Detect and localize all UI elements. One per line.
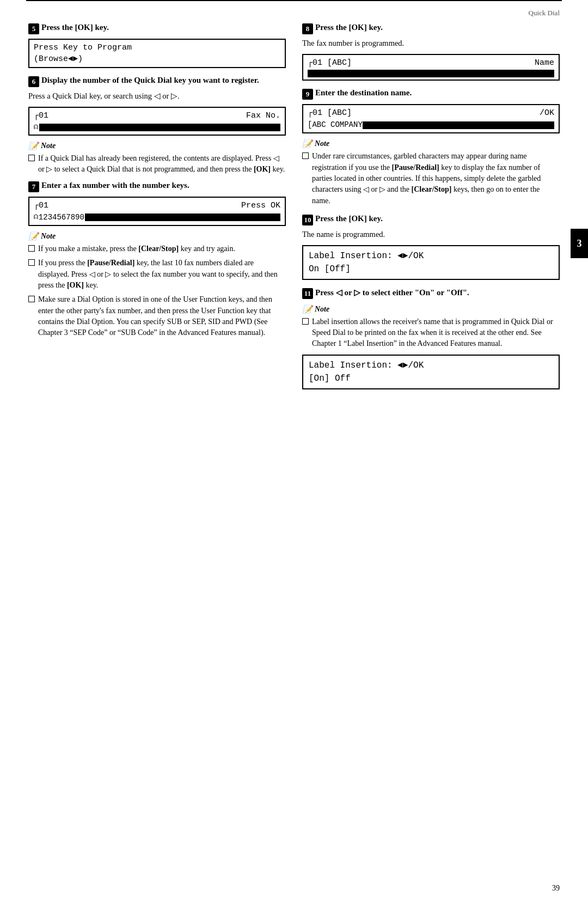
step9-note-item1: Under rare circumstances, garbled charac…: [302, 151, 560, 206]
step10-lcd-row2: On [Off]: [309, 263, 553, 276]
step10-body: The name is programmed.: [302, 229, 560, 241]
note-checkbox3: [28, 259, 35, 266]
step7-note-item2: If you press the [Pause/Redial] key, the…: [28, 258, 286, 291]
step8-heading: 8 Press the [OK] key.: [302, 23, 560, 34]
step7-note-text3: Make sure a Dial Option is stored in one…: [38, 294, 286, 338]
step6-bar-full: [39, 124, 280, 131]
note-pencil-icon2: 📝: [28, 231, 39, 241]
step8-lcd-row1: ┌01 [ABC] Name: [308, 57, 554, 69]
step6-note-text1: If a Quick Dial has already been registe…: [38, 153, 286, 175]
step9-note-text1: Under rare circumstances, garbled charac…: [312, 151, 560, 206]
step7-lcd-left: ┌01: [34, 200, 48, 211]
step11-text: Press ◁ or ▷ to select either "On" or "O…: [315, 288, 469, 297]
step5-lcd-row2: (Browse◄►): [34, 53, 280, 65]
step8-text: Press the [OK] key.: [315, 23, 383, 32]
step9-lcd-row2: [ABC COMPANY: [308, 120, 554, 131]
step8-num: 8: [302, 23, 313, 34]
step7-note-heading: 📝 Note: [28, 231, 286, 241]
step9-lcd: ┌01 [ABC] /OK [ABC COMPANY: [302, 104, 560, 134]
step7-note-text1: If you make a mistake, press the [Clear/…: [38, 243, 235, 254]
step9-bar: [363, 121, 554, 129]
step11-note-heading: 📝 Note: [302, 304, 560, 314]
step7-note-text2: If you press the [Pause/Redial] key, the…: [38, 258, 286, 291]
step7-fax-icon: ☊: [34, 212, 38, 222]
step10-heading: 10 Press the [OK] key.: [302, 214, 560, 225]
step7-lcd-right: Press OK: [241, 200, 280, 211]
step6-text: Display the number of the Quick Dial key…: [41, 76, 259, 85]
note-pencil-icon4: 📝: [302, 304, 313, 314]
step10-num: 10: [302, 215, 313, 225]
step6-lcd-bar: ☊: [34, 123, 280, 132]
step7-lcd-bar: ☊ 1234567890: [34, 212, 280, 223]
step9-heading: 9 Enter the destination name.: [302, 88, 560, 100]
step7-text: Enter a fax number with the number keys.: [41, 181, 189, 190]
step5-lcd-line2: (Browse◄►): [34, 53, 83, 65]
note-pencil-icon: 📝: [28, 141, 39, 151]
step11-lcd2: Label Insertion: ◄►/OK [On] Off: [302, 355, 560, 389]
note-pencil-icon3: 📝: [302, 139, 313, 149]
step8-lcd-left: ┌01 [ABC]: [308, 57, 352, 69]
step11-note-text1: Label insertion allows the receiver's na…: [312, 316, 560, 350]
step9-lcd-left: ┌01 [ABC]: [308, 107, 352, 119]
step6-heading: 6 Display the number of the Quick Dial k…: [28, 76, 286, 87]
step10-section: 10 Press the [OK] key. The name is progr…: [302, 214, 560, 280]
step9-note-heading: 📝 Note: [302, 139, 560, 149]
chapter-tab: 3: [571, 229, 588, 258]
step11-lcd2-line2: [On] Off: [309, 372, 351, 385]
step6-num: 6: [28, 76, 39, 87]
step7-num: 7: [28, 181, 39, 192]
step11-note: 📝 Note Label insertion allows the receiv…: [302, 304, 560, 350]
step11-lcd2-row1: Label Insertion: ◄►/OK: [309, 359, 553, 372]
step5-lcd-line1: Press Key to Program: [34, 42, 132, 53]
main-content: 5 Press the [OK] key. Press Key to Progr…: [0, 17, 588, 426]
step6-body: Press a Quick Dial key, or search using …: [28, 90, 286, 102]
step7-lcd-row1: ┌01 Press OK: [34, 200, 280, 211]
step7-lcd: ┌01 Press OK ☊ 1234567890: [28, 197, 286, 227]
step11-note-label: Note: [315, 305, 329, 314]
step5-heading: 5 Press the [OK] key.: [28, 23, 286, 34]
step6-note-item1: If a Quick Dial has already been registe…: [28, 153, 286, 175]
step10-lcd-line1: Label Insertion: ◄►/OK: [309, 249, 424, 263]
step10-lcd-line2: On [Off]: [309, 263, 351, 276]
step5-lcd-row1: Press Key to Program: [34, 42, 280, 53]
header-label: Quick Dial: [529, 9, 560, 17]
step7-bar-partial: [85, 213, 280, 221]
step7-note-label: Note: [41, 232, 56, 241]
step6-note: 📝 Note If a Quick Dial has already been …: [28, 141, 286, 175]
step9-lcd-right: /OK: [540, 107, 554, 119]
step8-bar: [308, 70, 554, 77]
step9-company: [ABC COMPANY: [308, 120, 363, 131]
step7-number: 1234567890: [39, 212, 84, 223]
step7-note-item3: Make sure a Dial Option is stored in one…: [28, 294, 286, 338]
left-column: 5 Press the [OK] key. Press Key to Progr…: [28, 23, 286, 394]
step11-heading: 11 Press ◁ or ▷ to select either "On" or…: [302, 288, 560, 299]
step11-section: 11 Press ◁ or ▷ to select either "On" or…: [302, 288, 560, 390]
step10-lcd: Label Insertion: ◄►/OK On [Off]: [302, 245, 560, 280]
step9-note-label: Note: [315, 139, 329, 148]
step8-lcd-right: Name: [535, 57, 554, 69]
note-checkbox: [28, 155, 35, 161]
step5-lcd: Press Key to Program (Browse◄►): [28, 39, 286, 68]
step6-note-heading: 📝 Note: [28, 141, 286, 151]
step11-lcd2-row2: [On] Off: [309, 372, 553, 385]
step5-num: 5: [28, 23, 39, 34]
step10-text: Press the [OK] key.: [315, 214, 383, 223]
step9-section: 9 Enter the destination name. ┌01 [ABC] …: [302, 88, 560, 206]
step5-text: Press the [OK] key.: [41, 23, 109, 32]
step11-note-item1: Label insertion allows the receiver's na…: [302, 316, 560, 350]
note-checkbox5: [302, 152, 309, 159]
step7-note-item1: If you make a mistake, press the [Clear/…: [28, 243, 286, 254]
step8-body: The fax number is programmed.: [302, 38, 560, 50]
step8-section: 8 Press the [OK] key. The fax number is …: [302, 23, 560, 81]
step9-num: 9: [302, 89, 313, 100]
page-header: Quick Dial: [0, 4, 588, 17]
step6-lcd-row1: ┌01 Fax No.: [34, 110, 280, 121]
step9-lcd-row1: ┌01 [ABC] /OK: [308, 107, 554, 119]
step6-lcd-right: Fax No.: [246, 110, 280, 121]
step8-lcd: ┌01 [ABC] Name: [302, 54, 560, 81]
right-column: 8 Press the [OK] key. The fax number is …: [302, 23, 560, 394]
step7-note: 📝 Note If you make a mistake, press the …: [28, 231, 286, 338]
step7-heading: 7 Enter a fax number with the number key…: [28, 181, 286, 192]
note-checkbox2: [28, 245, 35, 252]
step6-fax-icon: ☊: [34, 123, 38, 132]
